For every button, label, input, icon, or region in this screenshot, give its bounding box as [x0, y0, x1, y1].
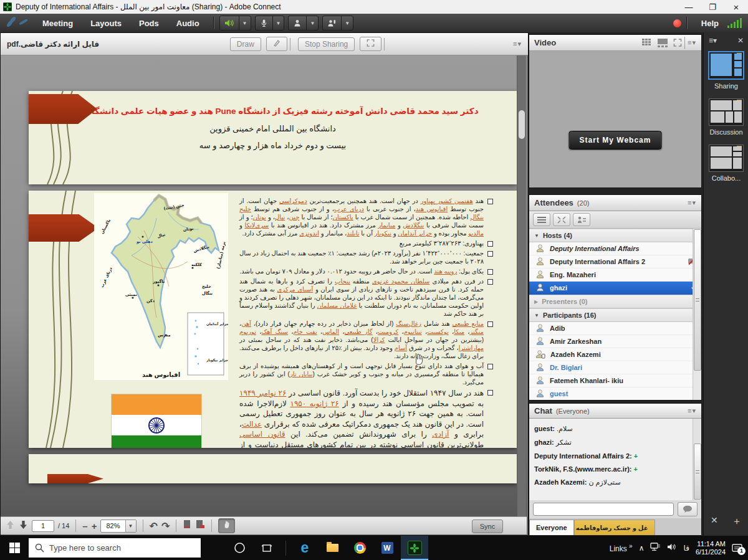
chrome-icon[interactable] — [346, 536, 373, 560]
tray-expand-icon[interactable]: ∧ — [639, 544, 645, 553]
attendee-row[interactable]: Fatemeh Khanlari- ikiu — [529, 374, 701, 387]
microphone-caret[interactable]: ▼ — [272, 16, 284, 30]
zoom-value: 82% — [101, 520, 125, 532]
task-view-icon[interactable] — [253, 536, 280, 560]
stop-sharing-button[interactable]: Stop Sharing — [298, 37, 355, 51]
rotate-right-button[interactable]: ↷ — [161, 520, 170, 532]
map-label: بمبئی — [125, 292, 137, 297]
attendee-avatar — [535, 363, 545, 373]
start-button[interactable] — [0, 536, 29, 560]
volume-icon[interactable] — [667, 543, 677, 554]
minimize-button[interactable]: — — [678, 0, 699, 14]
breakout-view-icon[interactable] — [553, 213, 570, 226]
attendee-row[interactable]: Amir Zarkeshan — [529, 335, 701, 348]
attendee-list-view-icon[interactable] — [533, 213, 550, 226]
webcam-icon[interactable] — [289, 16, 306, 30]
links-toolbar[interactable]: Links » — [610, 543, 633, 553]
close-button[interactable]: × — [726, 0, 747, 14]
zoom-select[interactable]: 82% ▼ — [100, 520, 136, 533]
taskbar-clock[interactable]: 11:14 AM 6/11/2024 — [696, 540, 726, 556]
video-pod-menu-icon[interactable]: ≡▾ — [688, 39, 696, 47]
scrollbar-thumb[interactable] — [694, 229, 701, 371]
raise-hand-icon[interactable] — [323, 16, 341, 30]
rotate-left-button[interactable]: ↶ — [150, 520, 158, 532]
menu-layouts[interactable]: Layouts — [82, 19, 130, 28]
draw-button[interactable]: Draw — [230, 37, 261, 51]
private-chat-tab[interactable]: غل و جسک رضاوفاطمه ... — [574, 520, 655, 535]
document-viewport[interactable]: دکتر سید محمد قاضی دانش آموخته رشته فیزی… — [1, 55, 527, 516]
zoom-out-button[interactable]: – — [82, 521, 87, 531]
webcam-button[interactable]: ▼ — [288, 16, 319, 31]
status-button[interactable]: ▼ — [322, 16, 353, 31]
fit-width-button[interactable] — [195, 520, 205, 532]
chat-scrollbar[interactable] — [693, 419, 701, 500]
webcam-caret[interactable]: ▼ — [306, 16, 318, 30]
action-center-icon[interactable]: 1 — [732, 543, 743, 553]
language-indicator[interactable]: فا — [683, 544, 689, 553]
status-caret[interactable]: ▼ — [341, 16, 353, 30]
filmstrip-view-icon[interactable] — [657, 39, 668, 47]
fit-page-button[interactable] — [183, 520, 191, 532]
chat-message-input[interactable] — [533, 503, 674, 516]
attendee-row[interactable]: ghazi — [529, 282, 701, 295]
pointer-tool-button[interactable] — [266, 37, 287, 51]
help-menu[interactable]: Help — [693, 19, 727, 28]
speaker-icon[interactable] — [220, 16, 239, 30]
start-webcam-button[interactable]: Start My Webcam — [569, 131, 662, 149]
scrollbar-thumb[interactable] — [519, 110, 525, 139]
cortana-icon[interactable] — [226, 536, 253, 560]
connection-signal-icon[interactable] — [727, 18, 742, 28]
page-up-button[interactable] — [6, 520, 15, 532]
fullscreen-button[interactable] — [360, 37, 381, 51]
page-number-input[interactable]: 1 — [32, 520, 54, 532]
scrollbar-thumb[interactable] — [694, 444, 701, 500]
delete-layout-icon[interactable]: ✕ — [711, 515, 718, 528]
document-scrollbar[interactable] — [517, 55, 526, 516]
grid-view-icon[interactable] — [642, 39, 652, 47]
menu-pods[interactable]: Pods — [130, 19, 168, 28]
page-down-button[interactable] — [19, 520, 28, 532]
word-icon[interactable]: W — [373, 536, 401, 560]
share-pod-menu-icon[interactable]: ≡▾ — [513, 40, 522, 48]
send-message-icon[interactable] — [678, 502, 698, 516]
pan-tool-button[interactable] — [218, 518, 235, 533]
everyone-chat-tab[interactable]: Everyone — [529, 520, 574, 535]
attendee-row[interactable]: Deputy International Affairs — [529, 242, 701, 255]
attendee-status-view-icon[interactable] — [573, 213, 590, 226]
presenters-section-header[interactable]: ▶Presenters (0) — [529, 295, 701, 308]
sync-button[interactable]: Sync — [472, 520, 503, 533]
zoom-caret-icon[interactable]: ▼ — [125, 520, 136, 532]
microphone-button[interactable]: ▼ — [255, 16, 285, 31]
layout-item-sharing[interactable]: Sharing — [704, 51, 748, 90]
attendee-row[interactable]: Azadeh Kazemi — [529, 348, 701, 361]
microphone-icon[interactable] — [256, 16, 272, 30]
taskbar-search[interactable]: Type here to search — [29, 538, 201, 558]
fullscreen-icon[interactable] — [673, 39, 682, 47]
adobe-connect-taskbar-icon[interactable] — [401, 536, 428, 560]
menu-audio[interactable]: Audio — [168, 19, 208, 28]
attendee-row[interactable]: guest — [529, 387, 701, 400]
file-explorer-icon[interactable] — [319, 536, 346, 560]
layout-item-discussion[interactable]: Discussion — [704, 98, 748, 136]
layout-item-collabo[interactable]: Collabo... — [704, 145, 748, 182]
attendee-row[interactable]: Eng. Mazaheri — [529, 268, 701, 282]
participants-section-header[interactable]: ▼Participants (16) — [529, 308, 701, 322]
speaker-button[interactable]: ▼ — [219, 16, 251, 31]
edge-icon[interactable]: e — [291, 536, 319, 560]
add-layout-icon[interactable]: ＋ — [732, 515, 742, 528]
attendees-scrollbar[interactable] — [693, 229, 701, 400]
hosts-section-header[interactable]: ▼Hosts (4) — [529, 229, 701, 242]
attendee-row[interactable]: Adib — [529, 322, 701, 335]
recording-indicator[interactable] — [673, 19, 681, 27]
attendee-row[interactable]: Deputy International Affairs 2 — [529, 255, 701, 268]
speaker-caret[interactable]: ▼ — [239, 16, 251, 30]
layouts-menu-icon[interactable]: ≡▾ — [709, 36, 717, 45]
restore-button[interactable]: ❐ — [702, 0, 723, 14]
menu-meeting[interactable]: Meeting — [34, 19, 82, 28]
zoom-in-button[interactable]: + — [92, 521, 97, 531]
chat-pod-menu-icon[interactable]: ≡▾ — [688, 407, 696, 415]
attendees-pod-menu-icon[interactable]: ≡▾ — [688, 199, 696, 207]
network-icon[interactable] — [650, 543, 661, 554]
attendee-row[interactable]: Dr. Biglari — [529, 361, 701, 374]
layouts-close-icon[interactable]: ✕ — [737, 36, 744, 45]
